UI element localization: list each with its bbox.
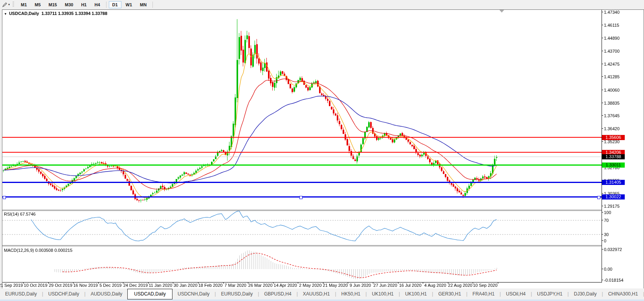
pane-separator-rsi[interactable] [2, 210, 602, 211]
macd-label: MACD(12,26,9) 0.003508 0.000215 [4, 248, 72, 253]
price-axis-tick: 1.41285 [604, 74, 631, 79]
price-axis-tick: 1.38835 [604, 101, 631, 105]
rsi-label: RSI(14) 67.5746 [4, 212, 36, 216]
price-axis-tick: 1.46115 [604, 23, 631, 28]
price-axis-tick: 1.47340 [604, 10, 631, 15]
candlestick-chart-canvas[interactable] [0, 0, 644, 301]
price-axis-tick: 1.40060 [604, 88, 631, 92]
line-drag-handle[interactable] [299, 196, 303, 199]
chart-symbol: USDCAD,Daily [9, 11, 39, 16]
chart-title: ▼USDCAD,Daily 1.33711 1.33935 1.33394 1.… [4, 11, 107, 16]
current-price-line[interactable] [2, 157, 602, 157]
right-shift-marker-icon[interactable] [499, 10, 504, 13]
pane-separator-macd[interactable] [2, 245, 602, 246]
price-axis-tick: 1.44890 [604, 36, 631, 41]
rsi-axis-tick: 30 [604, 232, 631, 237]
rsi-axis-tick: 70 [604, 218, 631, 223]
macd-axis-tick: 0.032972 [604, 247, 631, 252]
price-level-badge: 1.33788 [602, 154, 625, 159]
price-axis-tick: 1.42475 [604, 62, 631, 66]
rsi-axis-tick: 0 [604, 238, 631, 243]
line-drag-handle[interactable] [597, 196, 600, 199]
price-axis-tick: 1.43700 [604, 49, 631, 54]
price-level-badge: 1.31405 [602, 180, 625, 185]
macd-axis-tick: -0.018154 [604, 278, 631, 283]
rsi-axis-tick: 100 [604, 210, 631, 215]
macd-axis-tick: 0.00 [604, 267, 631, 271]
horizontal-level-line[interactable] [2, 152, 602, 153]
price-axis-tick: 1.36420 [604, 126, 631, 131]
horizontal-level-line[interactable] [2, 164, 602, 166]
date-axis-label: 10 Sep 2020 [470, 283, 500, 288]
date-axis-line [2, 282, 602, 283]
line-drag-handle[interactable] [3, 196, 6, 199]
price-axis-tick: 1.37645 [604, 113, 631, 118]
chart-menu-icon[interactable]: ▼ [4, 12, 7, 16]
chart-ohlc: 1.33711 1.33935 1.33394 1.33788 [41, 11, 107, 16]
price-axis-tick: 1.29175 [604, 204, 631, 209]
mt4-window: ▾ M1M5M15M30H1H4D1W1MN ▼USDCAD,Daily 1.3… [0, 0, 644, 301]
price-level-badge: 1.30022 [602, 194, 625, 199]
horizontal-level-line[interactable] [2, 182, 602, 183]
price-level-badge: 1.35606 [602, 135, 625, 140]
horizontal-level-line[interactable] [2, 137, 602, 138]
price-level-badge: 1.33011 [602, 163, 625, 168]
price-axis-line [602, 10, 602, 283]
